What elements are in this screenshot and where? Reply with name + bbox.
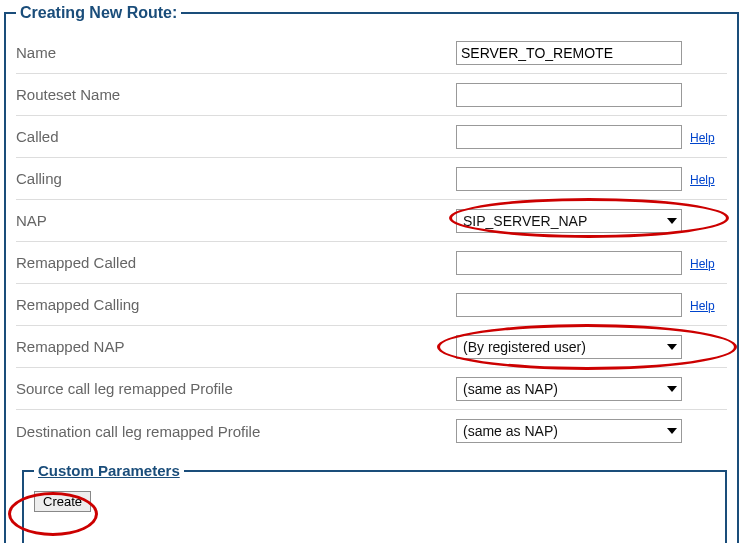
chevron-down-icon xyxy=(667,428,677,434)
fieldset-legend: Creating New Route: xyxy=(16,4,181,22)
src-profile-select-value: (same as NAP) xyxy=(463,381,558,397)
row-dst-profile: Destination call leg remapped Profile (s… xyxy=(16,410,727,452)
custom-parameters-legend: Custom Parameters xyxy=(34,462,184,479)
label-name: Name xyxy=(16,44,456,61)
creating-new-route-fieldset: Creating New Route: Name Routeset Name C… xyxy=(4,4,739,543)
routeset-name-input[interactable] xyxy=(456,83,682,107)
nap-select-value: SIP_SERVER_NAP xyxy=(463,213,587,229)
nap-select[interactable]: SIP_SERVER_NAP xyxy=(456,209,682,233)
called-input[interactable] xyxy=(456,125,682,149)
label-remapped-calling: Remapped Calling xyxy=(16,296,456,313)
remapped-calling-input[interactable] xyxy=(456,293,682,317)
remapped-nap-select[interactable]: (By registered user) xyxy=(456,335,682,359)
dst-profile-select[interactable]: (same as NAP) xyxy=(456,419,682,443)
row-remapped-nap: Remapped NAP (By registered user) xyxy=(16,326,727,368)
dst-profile-select-value: (same as NAP) xyxy=(463,423,558,439)
remapped-called-input[interactable] xyxy=(456,251,682,275)
label-remapped-called: Remapped Called xyxy=(16,254,456,271)
label-routeset-name: Routeset Name xyxy=(16,86,456,103)
remapped-nap-select-value: (By registered user) xyxy=(463,339,586,355)
src-profile-select[interactable]: (same as NAP) xyxy=(456,377,682,401)
calling-input[interactable] xyxy=(456,167,682,191)
label-src-profile: Source call leg remapped Profile xyxy=(16,380,456,397)
help-link-remapped-called[interactable]: Help xyxy=(690,257,715,271)
create-button[interactable]: Create xyxy=(34,491,91,512)
label-called: Called xyxy=(16,128,456,145)
label-calling: Calling xyxy=(16,170,456,187)
label-nap: NAP xyxy=(16,212,456,229)
row-remapped-calling: Remapped Calling Help xyxy=(16,284,727,326)
help-link-remapped-calling[interactable]: Help xyxy=(690,299,715,313)
row-src-profile: Source call leg remapped Profile (same a… xyxy=(16,368,727,410)
chevron-down-icon xyxy=(667,344,677,350)
name-input[interactable] xyxy=(456,41,682,65)
chevron-down-icon xyxy=(667,386,677,392)
help-link-called[interactable]: Help xyxy=(690,131,715,145)
label-dst-profile: Destination call leg remapped Profile xyxy=(16,423,456,440)
help-link-calling[interactable]: Help xyxy=(690,173,715,187)
chevron-down-icon xyxy=(667,218,677,224)
row-calling: Calling Help xyxy=(16,158,727,200)
row-routeset-name: Routeset Name xyxy=(16,74,727,116)
row-called: Called Help xyxy=(16,116,727,158)
custom-parameters-fieldset: Custom Parameters Create xyxy=(22,462,727,543)
row-nap: NAP SIP_SERVER_NAP xyxy=(16,200,727,242)
label-remapped-nap: Remapped NAP xyxy=(16,338,456,355)
row-name: Name xyxy=(16,32,727,74)
row-remapped-called: Remapped Called Help xyxy=(16,242,727,284)
